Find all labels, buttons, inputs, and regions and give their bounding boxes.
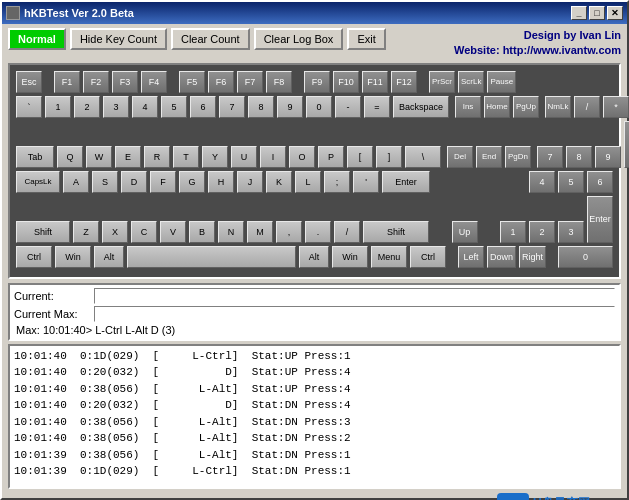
minimize-button[interactable]: _ (571, 6, 587, 20)
normal-button[interactable]: Normal (8, 28, 66, 50)
key-x[interactable]: X (102, 221, 128, 243)
key-7[interactable]: 7 (219, 96, 245, 118)
close-button[interactable]: ✕ (607, 6, 623, 20)
key-num4[interactable]: 4 (529, 171, 555, 193)
key-5[interactable]: 5 (161, 96, 187, 118)
key-num6[interactable]: 6 (587, 171, 613, 193)
key-num7[interactable]: 7 (537, 146, 563, 168)
key-pgup[interactable]: PgUp (513, 96, 539, 118)
key-equals[interactable]: = (364, 96, 390, 118)
key-f[interactable]: F (150, 171, 176, 193)
key-pause[interactable]: Pause (487, 71, 516, 93)
key-comma[interactable]: , (276, 221, 302, 243)
key-2[interactable]: 2 (74, 96, 100, 118)
key-0[interactable]: 0 (306, 96, 332, 118)
key-u[interactable]: U (231, 146, 257, 168)
maximize-button[interactable]: □ (589, 6, 605, 20)
key-rwin[interactable]: Win (332, 246, 368, 268)
key-i[interactable]: I (260, 146, 286, 168)
key-b[interactable]: B (189, 221, 215, 243)
key-esc[interactable]: Esc (16, 71, 42, 93)
key-f11[interactable]: F11 (362, 71, 388, 93)
key-f2[interactable]: F2 (83, 71, 109, 93)
key-lbracket[interactable]: [ (347, 146, 373, 168)
key-1[interactable]: 1 (45, 96, 71, 118)
key-left[interactable]: Left (458, 246, 484, 268)
key-num1[interactable]: 1 (500, 221, 526, 243)
key-prtscr[interactable]: PrScr (429, 71, 455, 93)
key-f9[interactable]: F9 (304, 71, 330, 93)
key-space[interactable] (127, 246, 296, 268)
key-num2[interactable]: 2 (529, 221, 555, 243)
key-f1[interactable]: F1 (54, 71, 80, 93)
key-f5[interactable]: F5 (179, 71, 205, 93)
key-g[interactable]: G (179, 171, 205, 193)
key-rctrl[interactable]: Ctrl (410, 246, 446, 268)
key-num0[interactable]: 0 (558, 246, 613, 268)
key-tab[interactable]: Tab (16, 146, 54, 168)
key-9[interactable]: 9 (277, 96, 303, 118)
key-backspace[interactable]: Backspace (393, 96, 449, 118)
key-n[interactable]: N (218, 221, 244, 243)
key-c[interactable]: C (131, 221, 157, 243)
key-numslash[interactable]: / (574, 96, 600, 118)
clear-log-box-button[interactable]: Clear Log Box (254, 28, 344, 50)
key-h[interactable]: H (208, 171, 234, 193)
key-minus[interactable]: - (335, 96, 361, 118)
key-lwin[interactable]: Win (55, 246, 91, 268)
key-lctrl[interactable]: Ctrl (16, 246, 52, 268)
exit-button[interactable]: Exit (347, 28, 385, 50)
key-down[interactable]: Down (487, 246, 516, 268)
key-8[interactable]: 8 (248, 96, 274, 118)
current-field[interactable] (94, 288, 615, 304)
key-f3[interactable]: F3 (112, 71, 138, 93)
clear-count-button[interactable]: Clear Count (171, 28, 250, 50)
key-menu[interactable]: Menu (371, 246, 407, 268)
key-s[interactable]: S (92, 171, 118, 193)
key-f8[interactable]: F8 (266, 71, 292, 93)
key-numplus[interactable]: + (624, 121, 629, 168)
key-period[interactable]: . (305, 221, 331, 243)
key-w[interactable]: W (86, 146, 112, 168)
key-q[interactable]: Q (57, 146, 83, 168)
key-home[interactable]: Home (484, 96, 510, 118)
key-f10[interactable]: F10 (333, 71, 359, 93)
key-e[interactable]: E (115, 146, 141, 168)
key-pgdn[interactable]: PgDn (505, 146, 531, 168)
key-numenter[interactable]: Enter (587, 196, 613, 243)
key-v[interactable]: V (160, 221, 186, 243)
key-num5[interactable]: 5 (558, 171, 584, 193)
key-insert[interactable]: Ins (455, 96, 481, 118)
key-f12[interactable]: F12 (391, 71, 417, 93)
hide-key-count-button[interactable]: Hide Key Count (70, 28, 167, 50)
key-l[interactable]: L (295, 171, 321, 193)
key-p[interactable]: P (318, 146, 344, 168)
key-lshift[interactable]: Shift (16, 221, 70, 243)
key-r[interactable]: R (144, 146, 170, 168)
key-right[interactable]: Right (519, 246, 546, 268)
key-num9[interactable]: 9 (595, 146, 621, 168)
key-quote[interactable]: ' (353, 171, 379, 193)
key-m[interactable]: M (247, 221, 273, 243)
key-a[interactable]: A (63, 171, 89, 193)
key-d[interactable]: D (121, 171, 147, 193)
log-box[interactable]: 10:01:40 0:1D(029) [ L-Ctrl] Stat:UP Pre… (8, 344, 621, 489)
key-enter[interactable]: Enter (382, 171, 430, 193)
key-o[interactable]: O (289, 146, 315, 168)
key-j[interactable]: J (237, 171, 263, 193)
key-numstar[interactable]: * (603, 96, 629, 118)
key-scrlk[interactable]: ScrLk (458, 71, 484, 93)
key-backslash[interactable]: \ (405, 146, 441, 168)
key-delete[interactable]: Del (447, 146, 473, 168)
key-y[interactable]: Y (202, 146, 228, 168)
key-3[interactable]: 3 (103, 96, 129, 118)
key-rbracket[interactable]: ] (376, 146, 402, 168)
key-semicolon[interactable]: ; (324, 171, 350, 193)
key-numlk[interactable]: NmLk (545, 96, 571, 118)
key-ralt[interactable]: Alt (299, 246, 329, 268)
key-f7[interactable]: F7 (237, 71, 263, 93)
key-k[interactable]: K (266, 171, 292, 193)
key-num8[interactable]: 8 (566, 146, 592, 168)
key-grave[interactable]: ` (16, 96, 42, 118)
key-4[interactable]: 4 (132, 96, 158, 118)
